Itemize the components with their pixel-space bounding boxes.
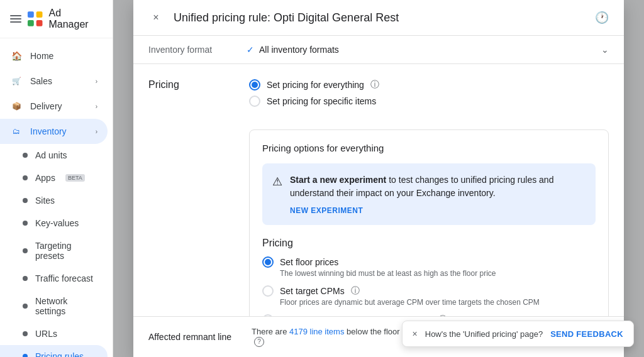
pricing-type-radio-group: Set pricing for everything ⓘ Set pricing… [249,79,379,107]
dot-icon [23,198,28,203]
logo [26,10,43,28]
dialog-close-button[interactable]: × [148,10,164,25]
app-name: Ad Manager [48,8,103,30]
dialog-body: Inventory format ✓ All inventory formats… [133,36,624,316]
radio-desc-cpms: Floor prices are dynamic but average CPM… [280,298,596,307]
dot-icon [23,331,28,336]
chevron-right-icon: › [96,78,97,85]
radio-inner-floor [265,259,271,265]
inventory-format-label: Inventory format [148,45,236,55]
dot-icon [23,248,28,253]
send-feedback-link[interactable]: SEND FEEDBACK [550,329,623,339]
radio-desc-floor: The lowest winning bid must be at least … [280,269,596,278]
main-content: × Unified pricing rule: Opti Digital Gen… [113,0,644,357]
home-icon: 🏠 [10,50,23,62]
pricing-section-label: Pricing [148,79,236,119]
format-text: All inventory formats [259,45,339,55]
radio-label-everything: Set pricing for everything [267,80,364,90]
sidebar-item-pricing-rules[interactable]: Pricing rules [0,345,108,357]
content-area: × Unified pricing rule: Opti Digital Gen… [113,0,644,357]
sidebar-item-apps[interactable]: Apps BETA [0,167,108,189]
sidebar-item-sites[interactable]: Sites [0,189,108,212]
svg-rect-1 [36,11,43,18]
sidebar-item-home[interactable]: 🏠 Home [0,43,108,69]
dialog-header: × Unified pricing rule: Opti Digital Gen… [133,0,624,36]
footer-info-text: There are [252,327,289,336]
sidebar-item-delivery[interactable]: 📦 Delivery › [0,94,108,119]
svg-rect-3 [36,20,43,26]
sidebar-item-inventory[interactable]: 🗂 Inventory › [0,119,108,144]
inner-pricing-radio-group: Set floor prices The lowest winning bid … [262,256,596,316]
dialog-overlay: × Unified pricing rule: Opti Digital Gen… [113,0,644,357]
sidebar: Ad Manager 🏠 Home 🛒 Sales › 📦 Delivery ›… [0,0,113,357]
chevron-right-icon: › [96,103,97,110]
check-icon: ✓ [247,45,254,55]
new-experiment-link[interactable]: NEW EXPERIMENT [290,206,363,215]
radio-label-cpms: Set target CPMs [280,286,345,296]
pricing-card: Pricing options for everything ⚠ Start a… [249,129,609,316]
warning-icon: ⚠ [272,175,282,189]
dot-icon [23,175,28,180]
radio-target-cpms: Set target CPMs ⓘ Floor prices are dynam… [262,285,596,307]
sidebar-item-ad-units[interactable]: Ad units [0,144,108,167]
sidebar-item-traffic-forecast[interactable]: Traffic forecast [0,267,108,290]
chevron-down-icon: ⌄ [601,45,609,55]
chevron-right-icon: › [96,128,97,135]
experiment-banner: ⚠ Start a new experiment to test changes… [262,163,596,225]
radio-circle-floor [262,256,274,268]
radio-label-specific: Set pricing for specific items [267,96,376,106]
sidebar-item-key-values[interactable]: Key-values [0,212,108,234]
sidebar-item-targeting-presets[interactable]: Targeting presets [0,234,108,267]
pricing-card-title: Pricing options for everything [262,143,596,153]
radio-set-everything[interactable]: Set pricing for everything ⓘ [249,79,379,91]
line-items-link[interactable]: 4179 line items [289,327,344,336]
inner-pricing-label: Pricing [262,238,596,249]
radio-set-specific[interactable]: Set pricing for specific items [249,96,379,107]
experiment-description: Start a new experiment to test changes t… [290,173,586,200]
hamburger-menu[interactable] [10,15,21,23]
help-circle-icon[interactable]: ? [254,337,264,347]
dot-icon [23,153,28,158]
delivery-icon: 📦 [10,100,23,113]
radio-inner [252,82,258,88]
pricing-section: Pricing Set pricing for everything ⓘ [133,64,624,316]
sales-icon: 🛒 [10,75,23,87]
sidebar-item-network-settings[interactable]: Network settings [0,290,108,322]
sidebar-item-urls[interactable]: URLs [0,322,108,345]
sidebar-nav: 🏠 Home 🛒 Sales › 📦 Delivery › 🗂 Inventor… [0,38,113,357]
dot-icon [23,304,28,309]
svg-rect-2 [28,20,34,26]
history-icon[interactable]: 🕐 [595,11,609,25]
radio-circle-everything [249,79,260,91]
experiment-bold: Start a new experiment [290,175,386,185]
radio-floor-prices: Set floor prices The lowest winning bid … [262,256,596,278]
dot-icon [23,276,28,281]
toast-text: How's the 'Unified pricing' page? [425,329,543,339]
inventory-format-bar: Inventory format ✓ All inventory formats… [133,36,624,64]
dialog-box: × Unified pricing rule: Opti Digital Gen… [133,0,624,357]
experiment-text: Start a new experiment to test changes t… [290,173,586,215]
inventory-format-value[interactable]: ✓ All inventory formats ⌄ [247,45,609,55]
dot-icon [23,221,28,226]
sidebar-item-sales[interactable]: 🛒 Sales › [0,69,108,94]
help-icon-cpms[interactable]: ⓘ [351,285,360,297]
dialog-title: Unified pricing rule: Opti Digital Gener… [174,11,585,25]
sidebar-header: Ad Manager [0,0,113,38]
beta-badge: BETA [65,174,85,182]
radio-label-floor: Set floor prices [280,257,338,267]
footer-section-label: Affected remnant line [148,332,236,342]
dot-icon [23,354,28,357]
inventory-icon: 🗂 [10,125,23,138]
feedback-toast: × How's the 'Unified pricing' page? SEND… [402,321,634,347]
svg-rect-0 [28,11,34,18]
radio-circle-specific [249,96,260,107]
toast-close-button[interactable]: × [413,329,418,339]
radio-circle-cpms [262,285,274,297]
help-icon-everything[interactable]: ⓘ [370,79,379,91]
